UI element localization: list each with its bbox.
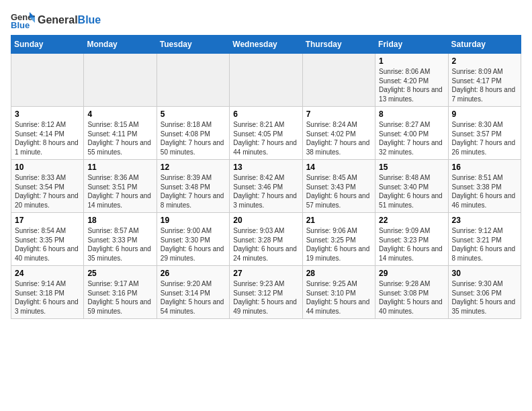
calendar-cell: 28Sunrise: 9:25 AM Sunset: 3:10 PM Dayli… xyxy=(302,266,375,319)
day-number: 17 xyxy=(15,216,80,225)
day-number: 14 xyxy=(306,163,371,172)
calendar-cell: 24Sunrise: 9:14 AM Sunset: 3:18 PM Dayli… xyxy=(11,266,84,319)
day-number: 13 xyxy=(233,163,298,172)
calendar-cell: 3Sunrise: 8:12 AM Sunset: 4:14 PM Daylig… xyxy=(11,107,84,160)
day-number: 26 xyxy=(161,269,226,278)
day-info: Sunrise: 9:25 AM Sunset: 3:10 PM Dayligh… xyxy=(306,279,371,316)
day-info: Sunrise: 9:09 AM Sunset: 3:23 PM Dayligh… xyxy=(379,226,444,263)
calendar-cell: 17Sunrise: 8:54 AM Sunset: 3:35 PM Dayli… xyxy=(11,213,84,266)
day-info: Sunrise: 8:33 AM Sunset: 3:54 PM Dayligh… xyxy=(15,173,80,210)
day-number: 16 xyxy=(452,163,517,172)
day-number: 8 xyxy=(379,109,444,119)
day-number: 27 xyxy=(233,269,298,278)
svg-text:Blue: Blue xyxy=(11,20,30,30)
calendar-cell: 14Sunrise: 8:45 AM Sunset: 3:43 PM Dayli… xyxy=(302,160,375,213)
calendar-cell: 4Sunrise: 8:15 AM Sunset: 4:11 PM Daylig… xyxy=(84,107,157,160)
day-info: Sunrise: 9:30 AM Sunset: 3:06 PM Dayligh… xyxy=(452,279,517,316)
calendar-cell: 2Sunrise: 8:09 AM Sunset: 4:17 PM Daylig… xyxy=(448,54,521,107)
day-number: 21 xyxy=(306,216,371,225)
calendar-cell: 5Sunrise: 8:18 AM Sunset: 4:08 PM Daylig… xyxy=(157,107,229,160)
day-number: 9 xyxy=(452,109,517,119)
logo: General Blue GeneralBlue xyxy=(11,11,101,30)
day-info: Sunrise: 9:28 AM Sunset: 3:08 PM Dayligh… xyxy=(379,279,444,316)
day-info: Sunrise: 8:27 AM Sunset: 4:00 PM Dayligh… xyxy=(379,120,444,156)
day-number: 6 xyxy=(233,109,298,119)
weekday-header: Saturday xyxy=(448,36,521,54)
calendar-cell xyxy=(84,54,157,107)
calendar-cell: 22Sunrise: 9:09 AM Sunset: 3:23 PM Dayli… xyxy=(375,213,448,266)
calendar-table: SundayMondayTuesdayWednesdayThursdayFrid… xyxy=(11,35,521,319)
day-info: Sunrise: 8:21 AM Sunset: 4:05 PM Dayligh… xyxy=(233,120,298,156)
day-number: 10 xyxy=(15,163,80,172)
day-info: Sunrise: 9:00 AM Sunset: 3:30 PM Dayligh… xyxy=(161,226,226,263)
day-number: 12 xyxy=(161,163,226,172)
calendar-cell: 16Sunrise: 8:51 AM Sunset: 3:38 PM Dayli… xyxy=(448,160,521,213)
calendar-cell: 13Sunrise: 8:42 AM Sunset: 3:46 PM Dayli… xyxy=(230,160,302,213)
day-number: 2 xyxy=(452,56,517,66)
day-info: Sunrise: 8:18 AM Sunset: 4:08 PM Dayligh… xyxy=(161,120,226,156)
day-info: Sunrise: 9:20 AM Sunset: 3:14 PM Dayligh… xyxy=(161,279,226,316)
day-number: 22 xyxy=(379,216,444,225)
calendar-cell: 1Sunrise: 8:06 AM Sunset: 4:20 PM Daylig… xyxy=(375,54,448,107)
day-number: 18 xyxy=(87,216,152,225)
day-number: 24 xyxy=(15,269,80,278)
calendar-cell: 8Sunrise: 8:27 AM Sunset: 4:00 PM Daylig… xyxy=(375,107,448,160)
day-number: 5 xyxy=(161,109,226,119)
day-info: Sunrise: 8:24 AM Sunset: 4:02 PM Dayligh… xyxy=(306,120,371,156)
day-number: 1 xyxy=(379,56,444,66)
calendar-cell xyxy=(11,54,84,107)
day-info: Sunrise: 8:06 AM Sunset: 4:20 PM Dayligh… xyxy=(379,67,444,103)
day-number: 28 xyxy=(306,269,371,278)
logo-icon: General Blue xyxy=(11,11,35,30)
calendar-cell xyxy=(230,54,302,107)
day-info: Sunrise: 9:12 AM Sunset: 3:21 PM Dayligh… xyxy=(452,226,517,263)
calendar-cell: 19Sunrise: 9:00 AM Sunset: 3:30 PM Dayli… xyxy=(157,213,229,266)
day-info: Sunrise: 8:57 AM Sunset: 3:33 PM Dayligh… xyxy=(87,226,152,263)
day-number: 29 xyxy=(379,269,444,278)
calendar-header: SundayMondayTuesdayWednesdayThursdayFrid… xyxy=(11,36,521,54)
day-info: Sunrise: 8:45 AM Sunset: 3:43 PM Dayligh… xyxy=(306,173,371,210)
day-info: Sunrise: 8:54 AM Sunset: 3:35 PM Dayligh… xyxy=(15,226,80,263)
weekday-header: Sunday xyxy=(11,36,84,54)
calendar-cell: 7Sunrise: 8:24 AM Sunset: 4:02 PM Daylig… xyxy=(302,107,375,160)
calendar-cell: 18Sunrise: 8:57 AM Sunset: 3:33 PM Dayli… xyxy=(84,213,157,266)
weekday-header: Wednesday xyxy=(230,36,302,54)
calendar-cell: 29Sunrise: 9:28 AM Sunset: 3:08 PM Dayli… xyxy=(375,266,448,319)
calendar-body: 1Sunrise: 8:06 AM Sunset: 4:20 PM Daylig… xyxy=(11,54,521,319)
day-info: Sunrise: 8:30 AM Sunset: 3:57 PM Dayligh… xyxy=(452,120,517,156)
weekday-header: Thursday xyxy=(302,36,375,54)
day-info: Sunrise: 9:14 AM Sunset: 3:18 PM Dayligh… xyxy=(15,279,80,316)
day-info: Sunrise: 8:39 AM Sunset: 3:48 PM Dayligh… xyxy=(161,173,226,210)
day-number: 20 xyxy=(233,216,298,225)
day-info: Sunrise: 8:51 AM Sunset: 3:38 PM Dayligh… xyxy=(452,173,517,210)
calendar-cell: 11Sunrise: 8:36 AM Sunset: 3:51 PM Dayli… xyxy=(84,160,157,213)
day-info: Sunrise: 8:48 AM Sunset: 3:40 PM Dayligh… xyxy=(379,173,444,210)
day-number: 25 xyxy=(87,269,152,278)
day-info: Sunrise: 9:06 AM Sunset: 3:25 PM Dayligh… xyxy=(306,226,371,263)
calendar-cell xyxy=(302,54,375,107)
day-number: 23 xyxy=(452,216,517,225)
calendar-cell: 25Sunrise: 9:17 AM Sunset: 3:16 PM Dayli… xyxy=(84,266,157,319)
day-info: Sunrise: 8:15 AM Sunset: 4:11 PM Dayligh… xyxy=(87,120,152,156)
day-number: 19 xyxy=(161,216,226,225)
day-number: 11 xyxy=(87,163,152,172)
day-info: Sunrise: 9:17 AM Sunset: 3:16 PM Dayligh… xyxy=(87,279,152,316)
weekday-header: Tuesday xyxy=(157,36,229,54)
calendar-cell: 12Sunrise: 8:39 AM Sunset: 3:48 PM Dayli… xyxy=(157,160,229,213)
calendar-cell: 30Sunrise: 9:30 AM Sunset: 3:06 PM Dayli… xyxy=(448,266,521,319)
calendar-cell: 10Sunrise: 8:33 AM Sunset: 3:54 PM Dayli… xyxy=(11,160,84,213)
day-info: Sunrise: 8:36 AM Sunset: 3:51 PM Dayligh… xyxy=(87,173,152,210)
calendar-cell: 23Sunrise: 9:12 AM Sunset: 3:21 PM Dayli… xyxy=(448,213,521,266)
day-info: Sunrise: 9:03 AM Sunset: 3:28 PM Dayligh… xyxy=(233,226,298,263)
day-number: 4 xyxy=(87,109,152,119)
calendar-cell: 9Sunrise: 8:30 AM Sunset: 3:57 PM Daylig… xyxy=(448,107,521,160)
day-number: 3 xyxy=(15,109,80,119)
calendar-cell: 21Sunrise: 9:06 AM Sunset: 3:25 PM Dayli… xyxy=(302,213,375,266)
day-info: Sunrise: 8:12 AM Sunset: 4:14 PM Dayligh… xyxy=(15,120,80,156)
calendar-cell: 20Sunrise: 9:03 AM Sunset: 3:28 PM Dayli… xyxy=(230,213,302,266)
calendar-cell: 27Sunrise: 9:23 AM Sunset: 3:12 PM Dayli… xyxy=(230,266,302,319)
day-number: 30 xyxy=(452,269,517,278)
day-info: Sunrise: 8:09 AM Sunset: 4:17 PM Dayligh… xyxy=(452,67,517,103)
weekday-header: Friday xyxy=(375,36,448,54)
calendar-cell xyxy=(157,54,229,107)
